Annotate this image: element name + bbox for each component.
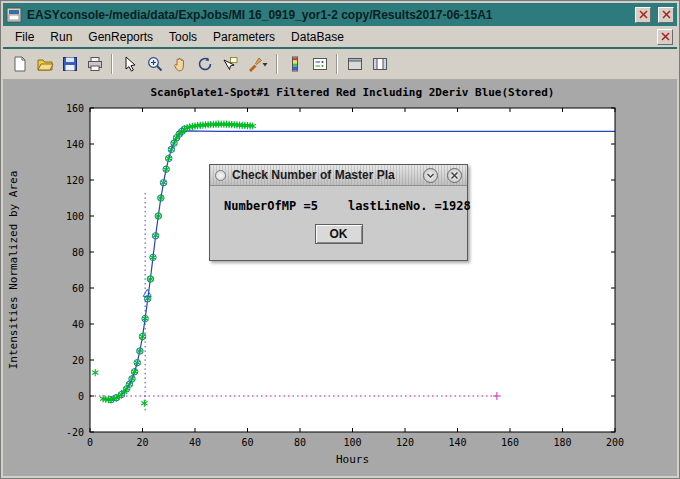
- menu-bar: File Run GenReports Tools Parameters Dat…: [3, 26, 677, 49]
- zoom-in-icon: [146, 55, 164, 73]
- dialog-titlebar[interactable]: Check Number of Master Pla: [210, 165, 467, 186]
- menu-genreports[interactable]: GenReports: [80, 27, 161, 47]
- close-icon: [662, 10, 671, 19]
- svg-text:40: 40: [72, 319, 84, 330]
- show-plot-tools-icon: [371, 55, 389, 73]
- dialog-ok-button[interactable]: OK: [315, 224, 363, 244]
- rotate-3d-button[interactable]: [192, 52, 217, 77]
- figure-area: 020406080100120140160180200-200204060801…: [3, 79, 677, 476]
- save-figure-button[interactable]: [57, 52, 82, 77]
- app-window: EASYconsole-/media/data/ExpJobs/MI 16_09…: [0, 0, 680, 479]
- edit-plot-button[interactable]: [117, 52, 142, 77]
- brush-icon: [246, 55, 268, 73]
- new-figure-icon: [11, 55, 29, 73]
- window-titlebar[interactable]: EASYconsole-/media/data/ExpJobs/MI 16_09…: [3, 3, 677, 26]
- svg-text:60: 60: [72, 283, 84, 294]
- toolbar-separator: [336, 54, 338, 74]
- print-figure-icon: [86, 55, 104, 73]
- data-cursor-icon: [221, 55, 239, 73]
- window-close-button[interactable]: [658, 7, 674, 23]
- svg-text:Scan6plate1-Spot#1 Filtered Re: Scan6plate1-Spot#1 Filtered Red Includin…: [151, 86, 555, 99]
- pan-button[interactable]: [167, 52, 192, 77]
- svg-text:120: 120: [396, 437, 414, 448]
- toolbar-separator: [111, 54, 113, 74]
- svg-text:140: 140: [448, 437, 466, 448]
- chevron-down-icon: [426, 171, 435, 180]
- menubar-close-button[interactable]: [657, 29, 673, 45]
- dialog-title: Check Number of Master Pla: [232, 168, 395, 182]
- menu-file[interactable]: File: [7, 27, 42, 47]
- new-figure-button[interactable]: [7, 52, 32, 77]
- menu-database[interactable]: DataBase: [283, 27, 352, 47]
- svg-text:80: 80: [294, 437, 306, 448]
- show-plot-tools-button[interactable]: [367, 52, 392, 77]
- toolbar-separator: [276, 54, 278, 74]
- hide-plot-tools-icon: [346, 55, 364, 73]
- zoom-in-button[interactable]: [142, 52, 167, 77]
- svg-text:100: 100: [343, 437, 361, 448]
- svg-text:-20: -20: [66, 427, 84, 438]
- insert-colorbar-icon: [286, 55, 304, 73]
- plot-canvas[interactable]: 020406080100120140160180200-200204060801…: [3, 79, 677, 476]
- svg-text:60: 60: [241, 437, 253, 448]
- menu-parameters[interactable]: Parameters: [205, 27, 283, 47]
- print-figure-button[interactable]: [82, 52, 107, 77]
- svg-text:Intensities Normalized by Area: Intensities Normalized by Area: [7, 171, 20, 370]
- svg-text:40: 40: [189, 437, 201, 448]
- edit-plot-arrow-icon: [121, 55, 139, 73]
- pan-hand-icon: [171, 55, 189, 73]
- dialog-close-button[interactable]: [447, 168, 462, 183]
- svg-text:80: 80: [72, 247, 84, 258]
- data-cursor-button[interactable]: [217, 52, 242, 77]
- svg-text:Hours: Hours: [336, 453, 369, 466]
- check-master-plates-dialog: Check Number of Master Pla NumberOfMP =5…: [209, 164, 468, 261]
- menu-run[interactable]: Run: [42, 27, 80, 47]
- save-figure-icon: [61, 55, 79, 73]
- svg-text:160: 160: [66, 103, 84, 114]
- close-icon: [450, 171, 459, 180]
- window-minimize-button[interactable]: [635, 7, 651, 23]
- svg-text:120: 120: [66, 175, 84, 186]
- insert-legend-button[interactable]: [307, 52, 332, 77]
- svg-text:200: 200: [606, 437, 624, 448]
- svg-text:20: 20: [72, 355, 84, 366]
- open-file-button[interactable]: [32, 52, 57, 77]
- svg-text:180: 180: [553, 437, 571, 448]
- svg-text:100: 100: [66, 211, 84, 222]
- dialog-message: NumberOfMP =5 lastLineNo. =1928: [224, 199, 453, 213]
- insert-colorbar-button[interactable]: [282, 52, 307, 77]
- hide-plot-tools-button[interactable]: [342, 52, 367, 77]
- dialog-body: NumberOfMP =5 lastLineNo. =1928 OK: [210, 186, 467, 244]
- open-file-icon: [36, 55, 54, 73]
- menu-tools[interactable]: Tools: [161, 27, 205, 47]
- minimize-icon: [639, 10, 648, 19]
- rotate-3d-icon: [196, 55, 214, 73]
- svg-text:20: 20: [136, 437, 148, 448]
- close-icon: [661, 32, 670, 41]
- insert-legend-icon: [311, 55, 329, 73]
- dialog-collapse-button[interactable]: [423, 168, 438, 183]
- svg-text:0: 0: [78, 391, 84, 402]
- number-of-mp-value: NumberOfMP =5: [224, 199, 318, 213]
- brush-data-button[interactable]: [242, 52, 272, 77]
- svg-text:0: 0: [87, 437, 93, 448]
- dialog-icon: [215, 170, 226, 181]
- window-title: EASYconsole-/media/data/ExpJobs/MI 16_09…: [27, 8, 628, 22]
- svg-text:140: 140: [66, 139, 84, 150]
- last-line-no-value: lastLineNo. =1928: [348, 199, 471, 213]
- svg-text:160: 160: [501, 437, 519, 448]
- app-icon: [6, 7, 22, 23]
- figure-toolbar: [3, 49, 677, 79]
